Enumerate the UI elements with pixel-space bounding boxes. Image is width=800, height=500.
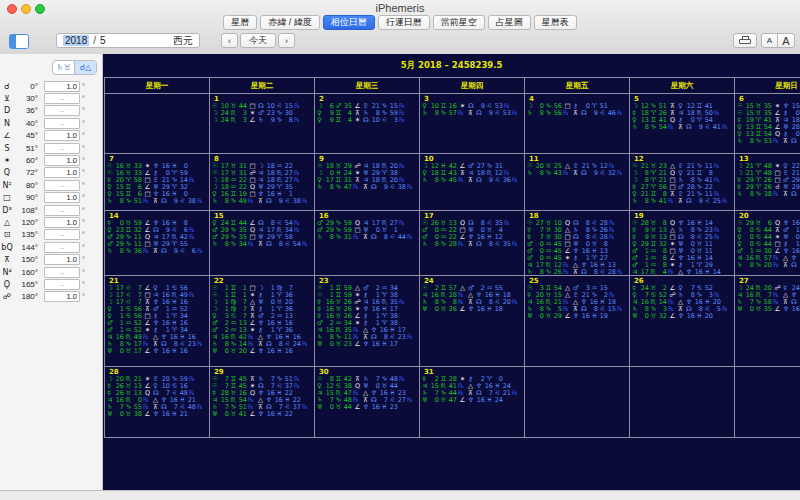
day-cell-10[interactable]: 10☽12♓42∠♂27♑31♀18♊43⊼♃18♏12℞♄8♑45℞⊼☊9♌3… xyxy=(419,153,524,210)
orb-input[interactable]: 1.0 xyxy=(44,217,80,228)
aspect-symbol-icon: ∠ xyxy=(562,313,573,320)
aspect-glyph-icon: Q xyxy=(0,168,14,177)
aspect-row: ⊡135°--° xyxy=(0,229,103,241)
aspect-angle-label: 80° xyxy=(14,181,38,190)
tab-1[interactable]: 星曆 xyxy=(223,15,257,30)
weekday-header: 星期四 xyxy=(419,77,524,93)
orb-input[interactable]: 1.0 xyxy=(44,167,80,178)
date-input[interactable]: 2018 / 5 西元 xyxy=(56,33,200,48)
day-cell-1[interactable]: 1☉10♉44□☊10♌15℞☽24♏3✶♂23♑30☽24♏3∠♄9♑8℞ xyxy=(209,93,314,153)
orb-input[interactable]: -- xyxy=(44,242,80,253)
day-cell-26[interactable]: 26☿24♉2∠♀7♋52♀7♋52☍♄8♑3℞♃16♏14℞△♆16♓20♄8… xyxy=(629,275,734,366)
orb-input[interactable]: 1.0 xyxy=(44,192,80,203)
orb-input[interactable]: 1.0 xyxy=(44,254,80,265)
aspect-symbol-icon: ⊼ xyxy=(255,198,266,205)
day-cell-17[interactable]: 17☉26♉13Q☊8♌35℞♂0♒22□♅0♉4♂0♒22∠♆16♓12♄8♑… xyxy=(419,210,524,275)
day-cell-20[interactable]: 20☉29♉6Q♆16♓15♀0♋44⊼♂1♒30♀0♋44✶♅0♉14♀0♋4… xyxy=(734,210,800,275)
day-cell-27[interactable]: 27☽24♏20☍☿24♉35♃16♏7℞△♆16♓21♄7♑58℞⊼☊7♌55… xyxy=(734,275,800,366)
orb-input[interactable]: -- xyxy=(44,105,80,116)
orb-input[interactable]: 1.0 xyxy=(44,155,80,166)
day-cell-25[interactable]: 25☉3♊54△♂3♒15☿20♉15△♇21♑2℞♃16♏21℞△♆16♓19… xyxy=(524,275,629,366)
day-cell-6[interactable]: 6☉15♉35✶♆15♓59☉15♉35∠⚷0♈57☿19♈41⊼♃18♏43℞… xyxy=(734,93,800,153)
day-cell-21[interactable]: 21☽17♌7∠♀1♋56☽17♌7□♃16♏49℞☽17♌7⊼♆16♓16♀1… xyxy=(104,275,209,366)
orb-input[interactable]: -- xyxy=(44,180,80,191)
printer-icon xyxy=(739,36,751,45)
day-cell-28[interactable]: 28☽20♏21✶♇20♑59℞☿26♉13∠♀10♋16☿26♉13Q☊7♌4… xyxy=(104,366,209,437)
day-cell-9[interactable]: 9☉18♉29☍♃18♏20℞☽0♓24✶♅29♈38♀17♊31⊼♃18♏20… xyxy=(314,153,419,210)
day-cell-empty[interactable] xyxy=(104,93,209,153)
day-cell-24[interactable]: 24☉2♊57△♂2♒55♃16♏28℞△♆16♓18♄8♑8℞⊼☊8♌20℞♅… xyxy=(419,275,524,366)
horizontal-scrollbar-track[interactable] xyxy=(0,490,800,500)
era-label: 西元 xyxy=(173,34,193,48)
sidebar-toggle-icon[interactable] xyxy=(9,34,29,49)
day-cell-empty[interactable] xyxy=(734,366,800,437)
day-cell-15[interactable]: 15♀24♊44∠☊8♌54℞♂29♑35Q♃17♏34℞♂29♑35□♅29♈… xyxy=(209,210,314,275)
aspect-row: N⁴160°--° xyxy=(0,266,103,278)
aspect-symbol-icon: ∠ xyxy=(352,404,363,411)
increase-font-button[interactable]: A xyxy=(777,33,795,48)
orb-unit-label: ° xyxy=(82,157,85,164)
aspect-entry: ♅0♉29∠♆16♓19 xyxy=(525,313,629,320)
day-cell-13[interactable]: 13☽21♈48✶♀22♊24☽21♈48□♇21♑9℞☿29♈26□♂29♑4… xyxy=(734,153,800,210)
orb-input[interactable]: 1.0 xyxy=(44,130,80,141)
aspect-entry: ♄8♑49℞⊼☊9♌38℞ xyxy=(210,198,314,205)
tab-2[interactable]: 赤緯 / 緯度 xyxy=(260,15,320,30)
day-cell-12[interactable]: 12☉21♉23△♇21♑11℞☽8♈21Q♀21♊8☽8♈21□♄8♑41℞☿… xyxy=(629,153,734,210)
previous-month-button[interactable]: ‹ xyxy=(221,33,238,48)
day-cell-29[interactable]: 29☉7♊45⊼♄7♑51℞☉7♊45✶☊7♌37℞☿28♉16Q♆16♓22♃… xyxy=(209,366,314,437)
aspect-glyph-icon: ⊼ xyxy=(0,255,14,264)
orb-unit-label: ° xyxy=(82,194,85,201)
today-button[interactable]: 今天 xyxy=(240,33,276,48)
orb-unit-label: ° xyxy=(82,244,85,251)
day-cell-7[interactable]: 7☉16♉33✶♆16♓0☉16♉33∠⚷0♈59☿20♈58□♇21♑14℞♀… xyxy=(104,153,209,210)
aspect-entry: ♄8♑43℞⊼☊9♌32℞ xyxy=(525,170,629,177)
orb-input[interactable]: -- xyxy=(44,118,80,129)
aspects-view-button[interactable]: ☌△ xyxy=(74,61,96,74)
orb-input[interactable]: 1.0 xyxy=(44,291,80,302)
next-month-button[interactable]: › xyxy=(278,33,295,48)
planets-view-button[interactable]: ♄♉ xyxy=(53,61,74,74)
day-cell-19[interactable]: 19☉28♉8Q♆16♓14☿9♉13△♄8♑23℞☿9♉13□☊8♌25℞♀2… xyxy=(629,210,734,275)
weekday-header: 星期二 xyxy=(209,77,314,93)
day-cell-4[interactable]: 4☽0♑56□⚷0♈51♄8♑56℞⊼☊9♌46℞ xyxy=(524,93,629,153)
decrease-font-button[interactable]: A xyxy=(761,33,778,48)
day-cell-30[interactable]: 30☉8♊42⊼♄7♑48℞♀12♋38Q♅0♉44♃15♏47℞△♆16♓23… xyxy=(314,366,419,437)
orb-input[interactable]: -- xyxy=(44,279,80,290)
aspect-angle-label: 60° xyxy=(14,156,38,165)
day-cell-31[interactable]: 31☿2♊28✶⚷2♈0♃15♏41℞△♆16♓24♄7♑44℞⊼☊7♌21℞♅… xyxy=(419,366,524,437)
day-cell-14[interactable]: 14☿0♉59∠♆16♓8♀23♊32∠☊9♌6℞♂29♑11Q♃17♏42℞♂… xyxy=(104,210,209,275)
day-cell-5[interactable]: 5☽12♑51⊼♀12♊41☿18♈26⊼♃18♏50℞♀13♊41Q⚷0♈54… xyxy=(629,93,734,153)
day-cell-16[interactable]: 16♂29♑59Q♃17♏27℞♂29♑59□♅0♉1♄8♑31℞⊼☊8♌44℞ xyxy=(314,210,419,275)
day-cell-23[interactable]: 23☉1♊59△♂2♒34☉1♊59✶⚷1♈38☿16♉26☍♃16♏35℞☿1… xyxy=(314,275,419,366)
aspect-symbol-icon: ∠ xyxy=(142,348,153,355)
day-cell-2[interactable]: 2☽6♐35∠♇21♑15℞♀9♊4⊼♄8♑59℞♀9♊4✶☊10♌3℞ xyxy=(314,93,419,153)
day-cell-11[interactable]: 11☉20♉25△♇21♑12℞♄8♑43℞⊼☊9♌32℞ xyxy=(524,153,629,210)
day-cell-3[interactable]: 3♀10♊16✶☊9♌53℞♄8♑57℞⊼☊9♌53℞ xyxy=(419,93,524,153)
tab-7[interactable]: 星曆表 xyxy=(534,15,577,30)
orb-input[interactable]: -- xyxy=(44,143,80,154)
title-bar[interactable]: iPhemeris xyxy=(0,0,800,15)
orb-input[interactable]: -- xyxy=(44,93,80,104)
orb-input[interactable]: -- xyxy=(44,267,80,278)
aspect-orb-list: ☌0°1.0°⊻30°--°D36°--°N40°--°∠45°1.0°S51°… xyxy=(0,80,103,303)
orb-input[interactable]: 1.0 xyxy=(44,81,80,92)
tab-4[interactable]: 行運日曆 xyxy=(378,15,430,30)
day-cell-empty[interactable] xyxy=(629,366,734,437)
day-cell-8[interactable]: 8☉17♉31□☽18♒22☉17♉31☍♃18♏27℞☽18♒22□♃18♏2… xyxy=(209,153,314,210)
day-cell-empty[interactable] xyxy=(524,366,629,437)
tab-5[interactable]: 當前星空 xyxy=(433,15,485,30)
tab-3[interactable]: 相位日曆 xyxy=(323,15,375,30)
month-value[interactable]: 5 xyxy=(100,35,106,46)
day-cell-22[interactable]: 22☉1♊1□☽1♍7☉1♊1✶⚷1♈36☽1♍7△♅0♉20☽1♍7⊼⚷1♈3… xyxy=(209,275,314,366)
orb-input[interactable]: -- xyxy=(44,205,80,216)
aspect-symbol-icon: ⊼ xyxy=(255,241,266,248)
print-button[interactable] xyxy=(733,33,757,48)
weekday-header: 星期六 xyxy=(629,77,734,93)
orb-unit-label: ° xyxy=(82,120,85,127)
tab-6[interactable]: 占星圖 xyxy=(488,15,531,30)
aspect-symbol-icon: ∠ xyxy=(352,341,363,348)
day-cell-18[interactable]: 18☉27♉10Q☊8♌28℞☿7♉30△♄8♑26℞☿7♉30□☊8♌28℞♂… xyxy=(524,210,629,275)
orb-input[interactable]: -- xyxy=(44,229,80,240)
aspect-symbol-icon: ⊼ xyxy=(360,184,371,191)
year-value[interactable]: 2018 xyxy=(63,35,89,46)
